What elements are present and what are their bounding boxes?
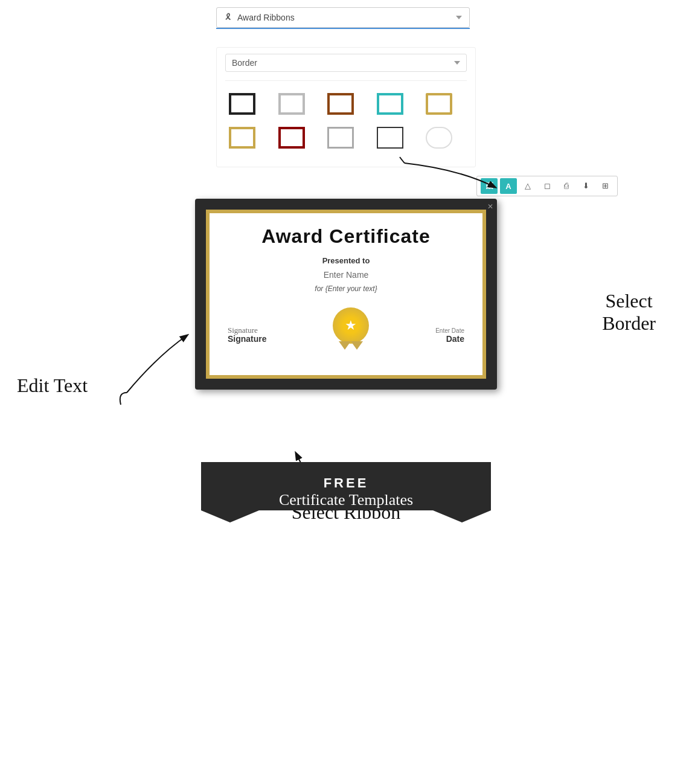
signature-script: Signature <box>228 326 258 334</box>
date-area[interactable]: Enter Date Date <box>435 327 464 344</box>
edit-text-label: Edit Text <box>17 374 88 397</box>
border-brown[interactable] <box>324 89 357 118</box>
banner-main-text: Certificate Templates <box>279 491 413 509</box>
close-button[interactable]: ✕ <box>487 202 493 211</box>
chevron-down-icon <box>454 61 460 65</box>
presented-to-label[interactable]: Presented to <box>228 256 464 265</box>
print-tool-button[interactable]: ⎙ <box>558 178 575 194</box>
border-dropdown[interactable]: Border <box>225 54 467 72</box>
border-grid-row2 <box>225 123 467 152</box>
certificate-preview: ✕ Award Certificate Presented to Enter N… <box>195 199 497 390</box>
dropdown-label: Award Ribbons <box>237 13 295 22</box>
border-ornate-gold[interactable] <box>422 89 456 118</box>
border-silver[interactable] <box>275 89 309 118</box>
for-text-field[interactable]: for {Enter your text} <box>228 284 464 293</box>
border-dropdown-label: Border <box>232 58 454 68</box>
select-border-label: SelectBorder <box>602 290 656 335</box>
banner-free-text: FREE <box>324 475 369 491</box>
border-grid <box>225 89 467 118</box>
ribbon-icon: 🎗 <box>224 13 232 22</box>
date-value: Date <box>435 334 464 344</box>
border-black[interactable] <box>225 89 259 118</box>
shape-tool-button[interactable]: △ <box>519 178 536 194</box>
border-teal[interactable] <box>373 89 407 118</box>
signature-label: Signature <box>228 334 267 344</box>
bottom-banner: FREE Certificate Templates <box>0 462 692 541</box>
ribbon-seal[interactable]: ★ <box>333 307 369 344</box>
grid-tool-button[interactable]: ⊞ <box>597 178 614 194</box>
border-gold[interactable] <box>225 123 259 152</box>
award-ribbons-dropdown[interactable]: 🎗 Award Ribbons <box>216 7 470 28</box>
signature-area[interactable]: Signature Signature <box>228 326 267 344</box>
border-thin-black[interactable] <box>373 123 407 152</box>
page-tool-button[interactable]: ◻ <box>539 178 556 194</box>
star-icon: ★ <box>345 318 357 333</box>
border-section: Border <box>216 47 476 167</box>
download-tool-button[interactable]: ⬇ <box>577 178 594 194</box>
image-tool-button[interactable]: 🖼 <box>481 178 498 194</box>
text-tool-button[interactable]: A <box>500 178 517 194</box>
border-dark-red[interactable] <box>275 123 309 152</box>
certificate-inner: Award Certificate Presented to Enter Nam… <box>206 210 486 379</box>
name-field[interactable]: Enter Name <box>228 270 464 280</box>
border-none[interactable] <box>422 123 456 152</box>
editor-toolbar: 🖼 A △ ◻ ⎙ ⬇ ⊞ <box>476 176 618 196</box>
dropdown-underline <box>216 28 470 29</box>
date-label: Enter Date <box>435 327 464 334</box>
certificate-frame: ✕ Award Certificate Presented to Enter N… <box>195 199 497 390</box>
certificate-title[interactable]: Award Certificate <box>228 225 464 248</box>
certificate-bottom: Signature Signature ★ Enter Date Date <box>228 307 464 344</box>
border-divider <box>225 80 467 81</box>
border-light-silver[interactable] <box>324 123 357 152</box>
